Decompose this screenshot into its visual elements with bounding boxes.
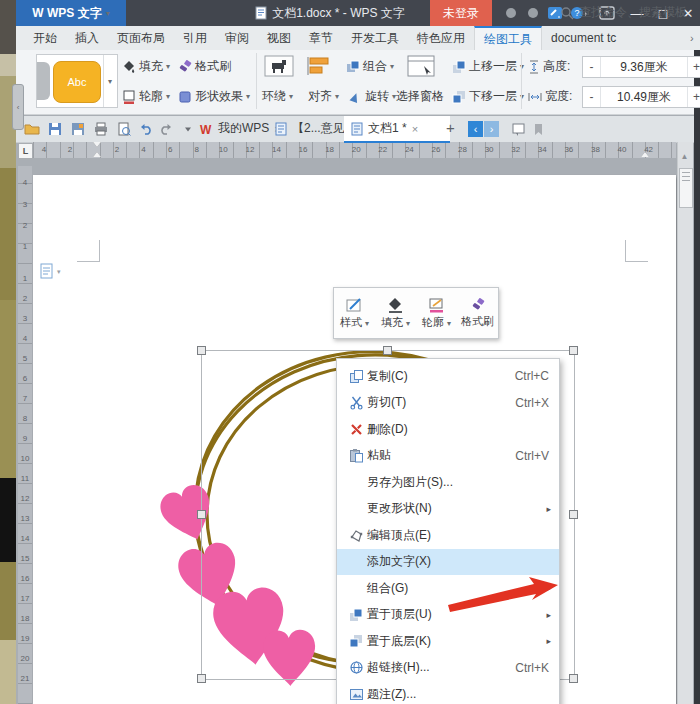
menu-item-7[interactable]: 编辑顶点(E): [337, 522, 559, 549]
width-plus-button[interactable]: +: [687, 87, 700, 107]
width-value[interactable]: 10.49厘米: [601, 87, 687, 107]
save-icon[interactable]: [45, 120, 65, 138]
menu-item-3[interactable]: 删除(D): [337, 416, 559, 443]
menu-item-8[interactable]: 添加文字(X): [337, 549, 559, 576]
wrap-image-button[interactable]: [264, 55, 294, 77]
selection-handle[interactable]: [197, 510, 206, 519]
scrollbar-thumb[interactable]: [679, 168, 693, 208]
selection-handle[interactable]: [569, 674, 578, 683]
format-painter-icon: [471, 298, 485, 312]
wrap-button[interactable]: 环绕▾: [262, 88, 293, 105]
menu-item-label: 另存为图片(S)...: [367, 474, 551, 491]
format-painter-button[interactable]: 格式刷: [178, 58, 231, 75]
tab-overflow-icon[interactable]: ›: [690, 32, 694, 44]
shape-style-previous[interactable]: [37, 62, 50, 100]
first-line-indent-marker[interactable]: [93, 142, 101, 147]
selection-handle[interactable]: [197, 346, 206, 355]
export-icon[interactable]: [68, 120, 88, 138]
cut-icon: [345, 395, 367, 410]
preview-icon[interactable]: [114, 120, 134, 138]
ribbon-tab-5[interactable]: 审阅: [216, 26, 258, 50]
selection-pane-icon[interactable]: [404, 54, 438, 80]
fill-button[interactable]: 填充▾: [122, 58, 170, 75]
redo-icon[interactable]: [156, 120, 176, 138]
ribbon-tab-8[interactable]: 开发工具: [342, 26, 408, 50]
mini-style-button[interactable]: 样式 ▾: [334, 288, 375, 338]
margin-corner-top-right: [625, 261, 648, 262]
document-tab-2[interactable]: 【2...意见】×: [268, 116, 352, 141]
mini-outline-button[interactable]: 轮廓 ▾: [416, 288, 457, 338]
ribbon-tab-2[interactable]: 插入: [66, 26, 108, 50]
open-folder-icon[interactable]: [22, 120, 42, 138]
menu-item-label: 题注(Z)...: [367, 686, 551, 703]
edit-points-icon: [345, 528, 367, 543]
menu-item-1[interactable]: 复制(C)Ctrl+C: [337, 363, 559, 390]
vertical-scrollbar[interactable]: [677, 142, 693, 704]
ribbon-tab-7[interactable]: 章节: [300, 26, 342, 50]
tab-nav-next-button[interactable]: ›: [484, 121, 499, 137]
login-button[interactable]: 未登录: [430, 0, 492, 26]
selection-handle[interactable]: [569, 510, 578, 519]
shape-effects-button[interactable]: 形状效果▾: [178, 88, 250, 105]
selection-handle[interactable]: [569, 346, 578, 355]
align-button[interactable]: 对齐▾: [308, 88, 339, 105]
menu-item-6[interactable]: 更改形状(N)▸: [337, 496, 559, 523]
width-minus-button[interactable]: -: [583, 87, 601, 107]
ribbon-tab-1[interactable]: 开始: [24, 26, 66, 50]
document-tab-3[interactable]: 文档1 *×: [344, 116, 450, 143]
menu-item-11[interactable]: 置于底层(K)▸: [337, 628, 559, 655]
selection-pane-button[interactable]: 选择窗格: [396, 88, 444, 105]
scroll-up-icon[interactable]: ▲: [677, 148, 692, 164]
sync-icon[interactable]: [502, 4, 520, 22]
gallery-more-icon[interactable]: ▾: [103, 55, 116, 107]
undo-icon[interactable]: [136, 120, 156, 138]
document-tab-1[interactable]: W我的WPS×: [192, 116, 276, 141]
hanging-indent-marker[interactable]: [93, 152, 101, 157]
mini-toolbar-label: 样式 ▾: [340, 315, 369, 330]
menu-item-10[interactable]: 置于顶层(U)▸: [337, 602, 559, 629]
mini-fill-button[interactable]: 填充 ▾: [375, 288, 416, 338]
height-plus-button[interactable]: +: [687, 57, 700, 77]
h-ruler-number: 32: [511, 145, 520, 154]
height-minus-button[interactable]: -: [583, 57, 601, 77]
menu-item-9[interactable]: 组合(G)▸: [337, 575, 559, 602]
height-value[interactable]: 9.36厘米: [601, 57, 687, 77]
selection-handle[interactable]: [383, 346, 392, 355]
menu-item-4[interactable]: 粘贴Ctrl+V: [337, 443, 559, 470]
settings-circle-icon[interactable]: [524, 4, 542, 22]
group-button[interactable]: 组合▾: [346, 58, 394, 75]
menu-item-12[interactable]: 超链接(H)...Ctrl+K: [337, 655, 559, 682]
close-tab-icon[interactable]: ×: [412, 123, 418, 135]
menu-item-5[interactable]: 另存为图片(S)...: [337, 469, 559, 496]
menu-item-2[interactable]: 剪切(T)Ctrl+X: [337, 390, 559, 417]
menu-item-13[interactable]: 题注(Z)...: [337, 681, 559, 704]
selection-handle[interactable]: [197, 674, 206, 683]
outline-button[interactable]: 轮廓▾: [122, 88, 170, 105]
submenu-arrow-icon: ▸: [546, 636, 551, 646]
mini-format-painter-button[interactable]: 格式刷: [457, 288, 498, 338]
h-ruler-number: 26: [432, 145, 441, 154]
send-backward-button[interactable]: 下移一层▾: [452, 88, 524, 105]
tab-stop-selector[interactable]: L: [18, 143, 33, 159]
align-image-button[interactable]: [304, 55, 334, 77]
ribbon-tab-4[interactable]: 引用: [174, 26, 216, 50]
menu-item-label: 剪切(T): [367, 394, 515, 411]
right-indent-marker[interactable]: [641, 152, 649, 157]
print-icon[interactable]: [91, 120, 111, 138]
shape-style-sample[interactable]: Abc: [53, 61, 101, 103]
bring-forward-button[interactable]: 上移一层▾: [452, 58, 524, 75]
ribbon-tab-11[interactable]: document tc: [542, 26, 625, 50]
bookmark-icon[interactable]: [528, 120, 548, 138]
ribbon-tab-10[interactable]: 绘图工具: [474, 26, 542, 50]
rotate-button[interactable]: 旋转▾: [348, 88, 396, 105]
comment-icon[interactable]: [508, 120, 528, 138]
ribbon-tab-6[interactable]: 视图: [258, 26, 300, 50]
shape-style-gallery[interactable]: Abc ▾: [36, 54, 118, 108]
tab-nav-prev-button[interactable]: ‹: [468, 121, 483, 137]
new-tab-button[interactable]: +: [446, 119, 455, 136]
search-box[interactable]: 查找命令、搜索模板: [560, 4, 687, 21]
wps-logo-button[interactable]: W WPS 文字 ▾: [16, 0, 126, 26]
ribbon-tab-3[interactable]: 页面布局: [108, 26, 174, 50]
ribbon-tab-9[interactable]: 特色应用: [408, 26, 474, 50]
v-ruler-number: 2: [18, 294, 32, 303]
